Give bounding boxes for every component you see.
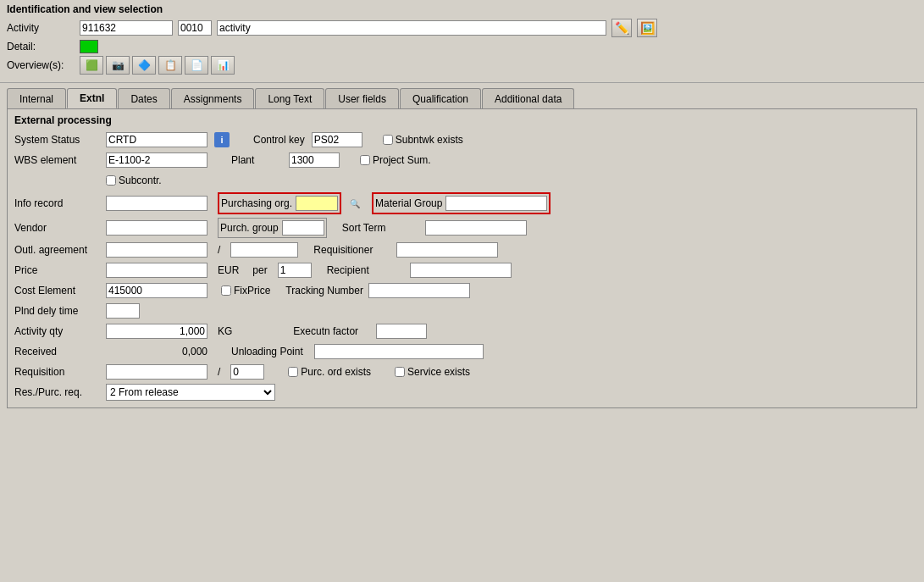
price-per-label: per: [252, 264, 267, 276]
unloading-point-input[interactable]: [314, 344, 484, 359]
subntwk-wrap: Subntwk exists: [383, 134, 463, 146]
icon-btn-2[interactable]: 🖼️: [637, 19, 657, 37]
material-group-input[interactable]: [445, 196, 547, 211]
price-per-input[interactable]: [278, 263, 312, 278]
price-label: Price: [14, 264, 99, 276]
row-system-status: System Status i Control key Subntwk exis…: [14, 131, 910, 148]
main-content: External processing System Status i Cont…: [0, 108, 924, 415]
plnd-dely-time-label: Plnd dely time: [14, 305, 99, 317]
tab-userfields[interactable]: User fields: [325, 88, 399, 108]
vendor-input[interactable]: [106, 220, 207, 236]
tab-dates[interactable]: Dates: [118, 88, 169, 108]
activity-input-1[interactable]: [80, 20, 173, 36]
fixprice-wrap: FixPrice: [221, 285, 270, 297]
material-group-label: Material Group: [375, 197, 442, 209]
search-icon[interactable]: 🔍: [348, 197, 362, 210]
purc-ord-exists-checkbox[interactable]: [288, 367, 298, 377]
cost-element-input[interactable]: [106, 283, 207, 298]
tab-qualification[interactable]: Qualification: [400, 88, 481, 108]
sort-term-input[interactable]: [425, 220, 527, 236]
tracking-number-input[interactable]: [368, 283, 470, 298]
system-status-input[interactable]: [106, 132, 207, 147]
outl-agreement-label: Outl. agreement: [14, 244, 99, 256]
unloading-point-label: Unloading Point: [231, 346, 307, 358]
form-grid: System Status i Control key Subntwk exis…: [14, 131, 910, 401]
tab-longtext[interactable]: Long Text: [255, 88, 324, 108]
system-status-label: System Status: [14, 134, 99, 146]
row-activity-qty: Activity qty KG Executn factor: [14, 323, 910, 340]
requisition-input2[interactable]: [230, 364, 264, 380]
control-key-input[interactable]: [312, 132, 362, 147]
tab-internal[interactable]: Internal: [7, 88, 66, 108]
overview-icon-6[interactable]: 📊: [211, 56, 235, 75]
row-received: Received 0,000 Unloading Point: [14, 343, 910, 360]
tab-assignments[interactable]: Assignments: [171, 88, 255, 108]
activity-qty-label: Activity qty: [14, 325, 99, 337]
overview-icons: 🟩 📷 🔷 📋 📄 📊: [80, 56, 235, 75]
project-sum-checkbox[interactable]: [360, 155, 370, 165]
res-purc-req-label: Res./Purc. req.: [14, 386, 99, 398]
info-record-input[interactable]: [106, 196, 207, 211]
tab-extnl[interactable]: Extnl: [67, 88, 117, 108]
activity-row: Activity ✏️ 🖼️: [7, 19, 917, 37]
service-exists-checkbox[interactable]: [395, 367, 405, 377]
activity-qty-input[interactable]: [106, 324, 207, 339]
purch-group-input[interactable]: [282, 220, 324, 236]
service-exists-label: Service exists: [407, 366, 470, 378]
outl-agreement-input2[interactable]: [230, 242, 298, 258]
row-subcontr: Subcontr.: [14, 172, 910, 189]
wbs-label: WBS element: [14, 154, 99, 166]
requisition-input[interactable]: [106, 364, 207, 380]
fixprice-checkbox[interactable]: [221, 285, 231, 296]
control-key-label: Control key: [253, 134, 305, 146]
tracking-number-label: Tracking Number: [285, 285, 362, 297]
outl-agreement-input[interactable]: [106, 242, 207, 258]
overview-icon-5[interactable]: 📄: [185, 56, 208, 75]
purc-ord-exists-label: Purc. ord exists: [301, 366, 371, 378]
plnd-dely-time-input[interactable]: [106, 303, 140, 319]
purchasing-org-input[interactable]: [296, 196, 338, 211]
activity-input-3[interactable]: [217, 20, 606, 36]
row-cost-element: Cost Element FixPrice Tracking Number: [14, 282, 910, 299]
price-currency: EUR: [218, 264, 239, 276]
row-res-purc-req: Res./Purc. req. 2 From release 1 Option …: [14, 384, 910, 401]
overviews-row: Overview(s): 🟩 📷 🔷 📋 📄 📊: [7, 56, 917, 75]
tabs-container: Internal Extnl Dates Assignments Long Te…: [0, 83, 924, 108]
vendor-label: Vendor: [14, 222, 99, 234]
service-exists-wrap: Service exists: [395, 366, 470, 378]
activity-input-2[interactable]: [178, 20, 212, 36]
res-purc-req-dropdown[interactable]: 2 From release 1 Option A 3 Option B: [106, 384, 275, 401]
subcontr-wrap: Subcontr.: [106, 175, 162, 186]
overviews-label: Overview(s):: [7, 59, 75, 71]
fixprice-label: FixPrice: [234, 285, 270, 297]
icon-btn-1[interactable]: ✏️: [611, 19, 632, 37]
info-icon[interactable]: i: [214, 132, 230, 147]
recipient-label: Recipient: [327, 264, 403, 276]
purchasing-org-label: Purchasing org.: [221, 197, 292, 209]
subntwk-checkbox[interactable]: [383, 135, 393, 145]
tab-additionaldata[interactable]: Additional data: [482, 88, 574, 108]
recipient-input[interactable]: [410, 263, 512, 278]
overview-icon-3[interactable]: 🔷: [132, 56, 156, 75]
purc-ord-exists-wrap: Purc. ord exists: [288, 366, 371, 378]
wbs-input[interactable]: [106, 152, 207, 168]
subcontr-checkbox[interactable]: [106, 175, 116, 186]
subntwk-label: Subntwk exists: [396, 134, 463, 146]
overview-icon-4[interactable]: 📋: [158, 56, 182, 75]
executn-factor-input[interactable]: [376, 324, 427, 339]
overview-icon-2[interactable]: 📷: [106, 56, 130, 75]
requisitioner-label: Requisitioner: [313, 244, 390, 256]
detail-label: Detail:: [7, 41, 75, 53]
row-price: Price EUR per Recipient: [14, 262, 910, 279]
row-wbs: WBS element Plant Project Sum.: [14, 152, 910, 169]
detail-box: [80, 40, 98, 53]
overview-icon-1[interactable]: 🟩: [80, 56, 103, 75]
requisition-label: Requisition: [14, 366, 99, 378]
price-input[interactable]: [106, 263, 207, 278]
plant-input[interactable]: [289, 152, 340, 168]
subcontr-label: Subcontr.: [119, 175, 162, 186]
row-requisition: Requisition / Purc. ord exists Service e…: [14, 363, 910, 380]
identification-section: Identification and view selection Activi…: [0, 0, 924, 83]
requisitioner-input[interactable]: [396, 242, 498, 258]
purch-group-label: Purch. group: [220, 222, 279, 234]
